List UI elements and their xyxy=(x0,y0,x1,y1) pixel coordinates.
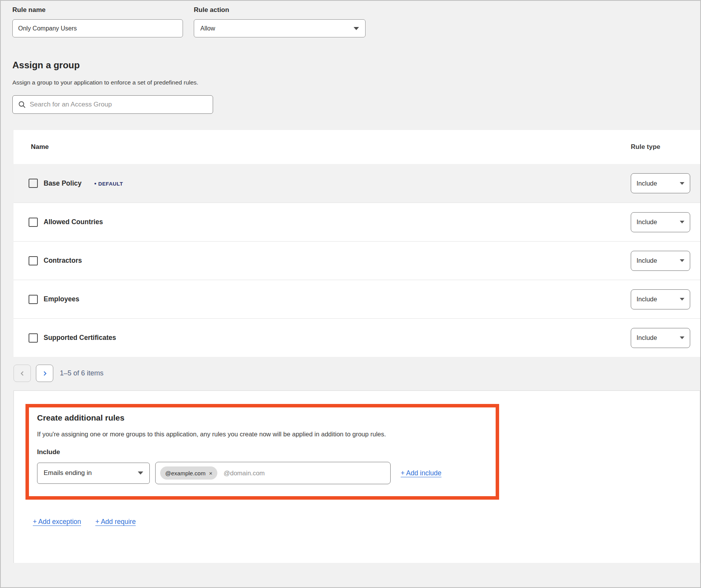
rule-type-value: Include xyxy=(637,257,657,264)
chevron-down-icon xyxy=(680,298,684,301)
row-name: Supported Certificates xyxy=(44,334,116,342)
condition-select[interactable]: Emails ending in xyxy=(37,463,150,484)
email-tag: @example.com × xyxy=(160,466,217,480)
assign-group-description: Assign a group to your application to en… xyxy=(12,79,700,86)
rule-type-value: Include xyxy=(637,218,657,226)
row-name-cell: Employees xyxy=(14,295,631,304)
include-rule-controls: Emails ending in @example.com × + Add in… xyxy=(37,462,488,484)
chevron-down-icon xyxy=(680,259,684,262)
chevron-down-icon xyxy=(680,336,684,339)
previous-page-button[interactable] xyxy=(14,365,31,382)
chevron-down-icon xyxy=(354,27,359,30)
add-exception-link[interactable]: + Add exception xyxy=(33,518,81,526)
row-checkbox[interactable] xyxy=(29,256,38,265)
search-icon xyxy=(18,101,26,108)
rule-action-value: Allow xyxy=(200,25,215,32)
column-header-name: Name xyxy=(14,143,631,151)
search-input[interactable] xyxy=(30,101,207,108)
rule-type-select[interactable]: Include xyxy=(631,251,690,271)
chevron-left-icon xyxy=(19,370,25,377)
group-table-body: Base Policy DEFAULT Include Allowed Coun… xyxy=(14,164,700,357)
create-additional-rules-highlight: Create additional rules If you're assign… xyxy=(25,404,499,500)
rule-type-value: Include xyxy=(637,296,657,303)
row-name: Contractors xyxy=(44,257,82,265)
row-checkbox[interactable] xyxy=(29,333,38,343)
row-rule-type-cell: Include xyxy=(631,173,700,193)
next-page-button[interactable] xyxy=(36,365,53,382)
table-row: Employees Include xyxy=(14,280,700,318)
table-row: Base Policy DEFAULT Include xyxy=(14,164,700,203)
chevron-right-icon xyxy=(42,370,48,377)
rule-type-value: Include xyxy=(637,180,657,187)
chevron-down-icon xyxy=(680,221,684,223)
rule-type-select[interactable]: Include xyxy=(631,328,690,348)
rule-type-select[interactable]: Include xyxy=(631,289,690,309)
assign-group-heading: Assign a group xyxy=(12,60,700,71)
rule-name-input[interactable] xyxy=(12,19,183,37)
add-require-link[interactable]: + Add require xyxy=(95,518,136,526)
rule-action-label: Rule action xyxy=(194,6,366,14)
table-row: Allowed Countries Include xyxy=(14,203,700,241)
email-domain-input[interactable]: @example.com × xyxy=(155,462,391,484)
row-rule-type-cell: Include xyxy=(631,251,700,271)
footer-links: + Add exception + Add require xyxy=(33,518,700,526)
email-tag-label: @example.com xyxy=(165,470,205,476)
row-name-cell: Supported Certificates xyxy=(14,333,631,343)
rule-name-label: Rule name xyxy=(12,6,183,14)
rule-action-select[interactable]: Allow xyxy=(194,19,366,37)
table-header: Name Rule type xyxy=(14,130,700,164)
condition-value: Emails ending in xyxy=(44,469,92,477)
table-row: Contractors Include xyxy=(14,241,700,280)
row-checkbox[interactable] xyxy=(29,295,38,304)
access-group-search[interactable] xyxy=(12,95,213,114)
row-checkbox[interactable] xyxy=(29,179,38,188)
additional-rules-card: Create additional rules If you're assign… xyxy=(14,390,700,563)
rule-form: Rule name Rule action Allow xyxy=(1,1,700,37)
row-name-cell: Contractors xyxy=(14,256,631,265)
pagination: 1–5 of 6 items xyxy=(14,365,700,382)
group-table: Name Rule type Base Policy DEFAULT Inclu… xyxy=(14,130,700,357)
table-row: Supported Certificates Include xyxy=(14,318,700,357)
additional-rules-description: If you're assigning one or more groups t… xyxy=(37,431,488,438)
row-name: Employees xyxy=(44,295,79,303)
rule-action-field-group: Rule action Allow xyxy=(194,6,366,37)
rule-type-select[interactable]: Include xyxy=(631,173,690,193)
rule-name-field-group: Rule name xyxy=(12,6,183,37)
row-rule-type-cell: Include xyxy=(631,289,700,309)
remove-tag-button[interactable]: × xyxy=(209,470,212,476)
row-rule-type-cell: Include xyxy=(631,328,700,348)
row-name: Allowed Countries xyxy=(44,218,103,226)
assign-group-section: Assign a group Assign a group to your ap… xyxy=(1,37,700,114)
additional-rules-heading: Create additional rules xyxy=(37,413,488,422)
row-checkbox[interactable] xyxy=(29,218,38,227)
domain-input[interactable] xyxy=(224,470,386,477)
add-include-link[interactable]: + Add include xyxy=(401,469,442,477)
column-header-rule-type: Rule type xyxy=(631,143,700,151)
rule-type-select[interactable]: Include xyxy=(631,212,690,232)
pagination-range-text: 1–5 of 6 items xyxy=(60,369,103,377)
chevron-down-icon xyxy=(138,471,143,475)
row-name-cell: Base Policy DEFAULT xyxy=(14,179,631,188)
include-label: Include xyxy=(37,448,488,456)
row-rule-type-cell: Include xyxy=(631,212,700,232)
row-name-cell: Allowed Countries xyxy=(14,218,631,227)
chevron-down-icon xyxy=(680,182,684,185)
default-badge: DEFAULT xyxy=(94,180,123,187)
rule-type-value: Include xyxy=(637,334,657,341)
row-name: Base Policy xyxy=(44,179,81,188)
